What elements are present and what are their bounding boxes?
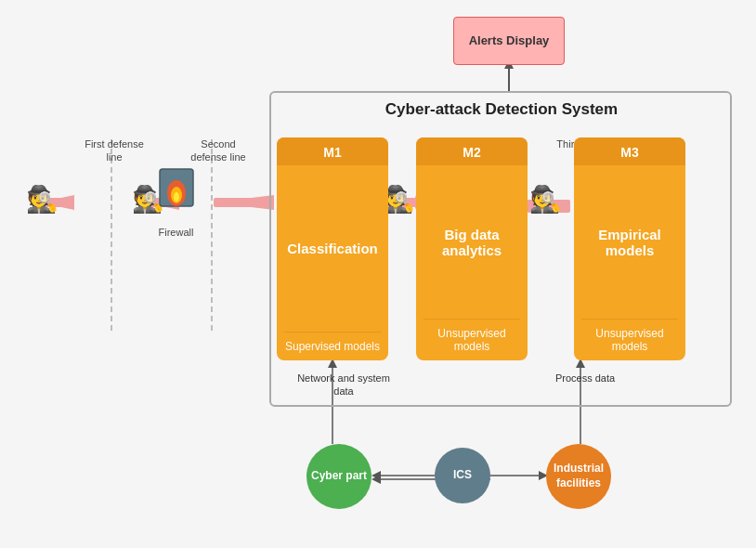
process-data-label: Process data [548,372,622,385]
firewall-area: Firewall [150,172,202,232]
alerts-display-label: Alerts Display [469,33,550,49]
industrial-circle: Industrial facilities [546,444,611,509]
module-m3-header: M3 [574,137,685,165]
module-m1: M1 Classification Supervised models [277,137,388,360]
cyber-part-label: Cyber part [311,469,367,484]
module-m2-header: M2 [416,137,528,165]
module-m2-body-top: Big data analytics [416,165,528,319]
cyber-part-circle: Cyber part [306,444,371,509]
module-m2-body-bottom: Unsupervised models [416,320,528,360]
ics-circle: ICS [435,448,490,503]
module-m1-body-bottom: Supervised models [277,333,388,360]
hacker-icon-4: 🕵️ [529,184,562,215]
firewall-icon [154,167,199,223]
ics-label: ICS [453,468,472,483]
diagram-container: Alerts Display Cyber-attack Detection Sy… [0,0,756,548]
module-m2: M2 Big data analytics Unsupervised model… [416,137,528,360]
module-m3: M3 Empirical models Unsupervised models [574,137,685,360]
svg-point-35 [174,192,179,202]
module-m1-header: M1 [277,137,388,165]
module-m3-body-bottom: Unsupervised models [574,320,685,360]
svg-rect-7 [214,198,274,207]
detection-system-title: Cyber-attack Detection System [288,100,715,119]
module-m3-body-top: Empirical models [574,165,685,319]
module-m1-body-top: Classification [277,165,388,332]
firewall-label: Firewall [159,227,194,238]
svg-marker-31 [371,475,381,484]
svg-marker-6 [214,195,274,210]
network-data-label: Network and system data [288,372,399,398]
alerts-display-box: Alerts Display [453,17,565,65]
hacker-icon-1: 🕵️ [26,184,59,215]
svg-marker-27 [371,471,381,480]
second-defense-label: Second defense line [186,137,251,164]
industrial-label: Industrial facilities [546,462,611,490]
first-defense-label: First defense line [82,137,147,164]
